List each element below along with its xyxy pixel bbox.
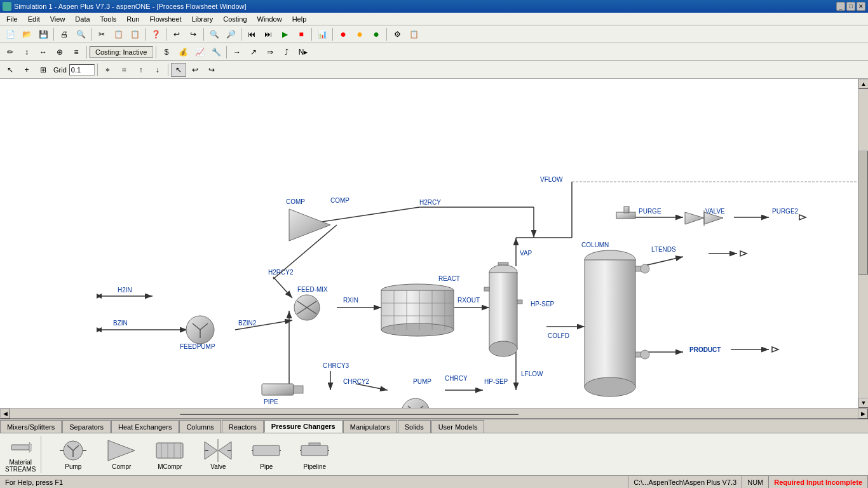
- close-button[interactable]: ✕: [857, 2, 865, 11]
- menu-edit[interactable]: Edit: [23, 14, 45, 24]
- scroll-down-button[interactable]: ▼: [858, 398, 868, 408]
- align-btn2[interactable]: ⌗: [117, 63, 132, 77]
- model-compr[interactable]: Compr: [102, 439, 140, 470]
- costing-btn3[interactable]: 📈: [192, 45, 207, 59]
- costing-btn2[interactable]: 💰: [175, 45, 191, 59]
- menu-tools[interactable]: Tools: [95, 14, 122, 24]
- svg-text:PIPE: PIPE: [264, 398, 278, 405]
- tab-reactors[interactable]: Reactors: [222, 420, 264, 433]
- restore-button[interactable]: □: [846, 2, 855, 11]
- green-light[interactable]: ●: [369, 27, 384, 41]
- tab-solids[interactable]: Solids: [398, 420, 431, 433]
- cut-button[interactable]: ✂: [94, 27, 109, 41]
- tab-pressure-changers[interactable]: Pressure Changers: [264, 420, 342, 433]
- menu-window[interactable]: Window: [252, 14, 287, 24]
- stream-btn1[interactable]: →: [229, 45, 245, 59]
- menu-flowsheet[interactable]: Flowsheet: [144, 14, 186, 24]
- tab-mixers-splitters[interactable]: Mixers/Splitters: [0, 420, 62, 433]
- valve-label: Valve: [210, 463, 226, 470]
- zoom-in-button[interactable]: 🔍: [207, 27, 222, 41]
- align-btn1[interactable]: ⌖: [100, 63, 116, 77]
- model-pipeline[interactable]: Pipeline: [295, 439, 334, 470]
- prev-button[interactable]: ⏮: [244, 27, 259, 41]
- select-tool[interactable]: ↖: [171, 63, 186, 77]
- minimize-button[interactable]: _: [836, 2, 845, 11]
- red-light[interactable]: ●: [336, 27, 351, 41]
- pointer-tool[interactable]: ↖: [3, 63, 18, 77]
- run-button[interactable]: ▶: [277, 27, 292, 41]
- paste-button[interactable]: 📋: [127, 27, 142, 41]
- stream-btn3[interactable]: ⇒: [262, 45, 278, 59]
- pipe-icon: [252, 439, 281, 462]
- print-button[interactable]: 🖨: [57, 27, 72, 41]
- menu-data[interactable]: Data: [70, 14, 95, 24]
- undo-button[interactable]: ↩: [169, 27, 184, 41]
- draw-btn1[interactable]: ✏: [3, 45, 18, 59]
- stream-btn4[interactable]: ⤴: [279, 45, 294, 59]
- sep10: [86, 46, 87, 58]
- window-controls[interactable]: _ □ ✕: [836, 2, 865, 11]
- draw-btn2[interactable]: ↕: [19, 45, 34, 59]
- cross-tool[interactable]: +: [19, 63, 34, 77]
- stream-btn2[interactable]: ↗: [246, 45, 261, 59]
- svg-line-34: [642, 257, 683, 266]
- copy-button[interactable]: 📋: [111, 27, 126, 41]
- help-button[interactable]: ❓: [148, 27, 163, 41]
- model-valve[interactable]: Valve: [199, 439, 237, 470]
- scroll-up-button[interactable]: ▲: [858, 79, 868, 89]
- draw-btn5[interactable]: ≡: [69, 45, 84, 59]
- scroll-left-button[interactable]: ◀: [0, 409, 10, 419]
- scroll-right-button[interactable]: ▶: [858, 409, 868, 419]
- draw-btn4[interactable]: ⊕: [52, 45, 67, 59]
- save-button[interactable]: 💾: [36, 27, 51, 41]
- undo2-button[interactable]: ↩: [187, 63, 203, 77]
- menu-view[interactable]: View: [45, 14, 71, 24]
- sep3: [145, 28, 146, 41]
- tab-heat-exchangers[interactable]: Heat Exchangers: [111, 420, 179, 433]
- tab-manipulators[interactable]: Manipulators: [343, 420, 397, 433]
- svg-text:RXIN: RXIN: [343, 297, 358, 304]
- streams-panel[interactable]: MaterialSTREAMS: [5, 436, 41, 473]
- preview-button[interactable]: 🔍: [73, 27, 88, 41]
- sep4: [166, 28, 166, 41]
- extra-button[interactable]: 📋: [406, 27, 421, 41]
- svg-marker-107: [29, 442, 32, 452]
- tab-columns[interactable]: Columns: [179, 420, 220, 433]
- scroll-track-right[interactable]: [858, 89, 868, 398]
- snap-tool[interactable]: ⊞: [36, 63, 51, 77]
- draw-btn3[interactable]: ↔: [36, 45, 51, 59]
- redo-button[interactable]: ↪: [186, 27, 201, 41]
- open-button[interactable]: 📂: [19, 27, 34, 41]
- grid-input[interactable]: [69, 64, 95, 76]
- stream-btn5[interactable]: N▸: [295, 45, 311, 59]
- step-button[interactable]: ⏭: [261, 27, 276, 41]
- menu-file[interactable]: File: [1, 14, 23, 24]
- menu-library[interactable]: Library: [187, 14, 219, 24]
- model-pump[interactable]: Pump: [54, 439, 92, 470]
- yellow-light[interactable]: ●: [352, 27, 367, 41]
- zoom-out-button[interactable]: 🔎: [223, 27, 238, 41]
- menu-costing[interactable]: Costing: [218, 14, 252, 24]
- svg-text:FEED-MIX: FEED-MIX: [297, 286, 328, 293]
- menu-run[interactable]: Run: [121, 14, 144, 24]
- tab-separators[interactable]: Separators: [62, 420, 111, 433]
- scroll-thumb[interactable]: [180, 414, 519, 415]
- redo2-button[interactable]: ↪: [204, 63, 219, 77]
- svg-rect-75: [489, 273, 517, 349]
- tab-user-models[interactable]: User Models: [431, 420, 485, 433]
- costing-btn1[interactable]: $: [159, 45, 174, 59]
- align-btn3[interactable]: ↑: [133, 63, 149, 77]
- settings-button[interactable]: ⚙: [390, 27, 405, 41]
- results-button[interactable]: 📊: [315, 27, 330, 41]
- canvas-area[interactable]: H2IN BZIN BZIN2 H2RCY2 RXIN COMP H2RCY: [0, 79, 858, 408]
- right-scrollbar[interactable]: ▲ ▼: [858, 79, 868, 408]
- align-btn4[interactable]: ↓: [150, 63, 165, 77]
- bottom-scrollbar[interactable]: ◀ ▶: [0, 408, 868, 418]
- sep2: [91, 28, 92, 41]
- menu-help[interactable]: Help: [287, 14, 312, 24]
- new-button[interactable]: 📄: [3, 27, 18, 41]
- costing-btn4[interactable]: 🔧: [208, 45, 224, 59]
- stop-button[interactable]: ■: [294, 27, 309, 41]
- model-pipe[interactable]: Pipe: [247, 439, 285, 470]
- model-mcompr[interactable]: MCompr: [151, 439, 189, 470]
